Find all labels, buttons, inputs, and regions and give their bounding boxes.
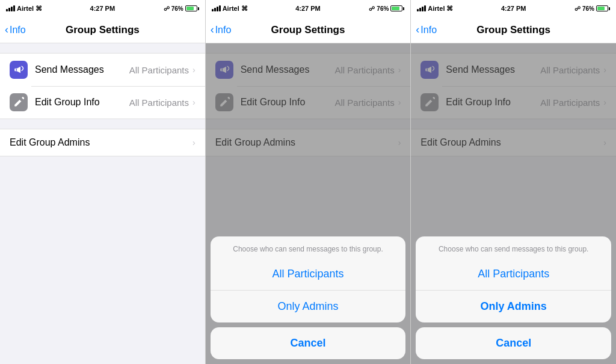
wifi-icon: ⌘ xyxy=(446,5,453,13)
status-left: Airtel ⌘ xyxy=(212,5,248,13)
action-sheet: Choose who can send messages to this gro… xyxy=(211,236,406,322)
wifi-icon: ⌘ xyxy=(241,5,248,13)
back-chevron-icon: ‹ xyxy=(5,23,8,36)
phone-panel-panel-2: Airtel ⌘ 4:27 PM ☍ 76% ‹ Info Group Sett… xyxy=(206,0,411,364)
status-right: ☍ 76% xyxy=(574,5,610,12)
battery-indicator xyxy=(185,5,199,11)
back-label: Info xyxy=(215,25,232,35)
chevron-right-icon: › xyxy=(192,65,196,75)
signal-bars xyxy=(6,5,15,11)
page-title: Group Settings xyxy=(476,24,550,36)
nav-bar: ‹ Info Group Settings xyxy=(411,17,616,43)
action-option-1[interactable]: Only Admins xyxy=(211,291,406,322)
battery-indicator xyxy=(596,5,610,11)
status-time: 4:27 PM xyxy=(295,5,321,12)
pencil-icon xyxy=(10,93,28,111)
signal-bars xyxy=(212,5,221,11)
status-right: ☍ 76% xyxy=(369,5,404,12)
cancel-button[interactable]: Cancel xyxy=(211,327,406,359)
admin-section: Edit Group Admins › xyxy=(0,129,205,156)
carrier-name: Airtel xyxy=(428,5,445,12)
battery-tip xyxy=(198,7,199,10)
page-title: Group Settings xyxy=(271,24,345,36)
carrier-name: Airtel xyxy=(223,5,239,12)
action-cancel-container: Cancel xyxy=(416,327,611,359)
status-bar: Airtel ⌘ 4:27 PM ☍ 76% xyxy=(206,0,411,17)
megaphone-icon xyxy=(10,61,28,79)
cancel-button[interactable]: Cancel xyxy=(416,327,611,359)
status-left: Airtel ⌘ xyxy=(417,5,453,13)
item-label: Edit Group Info xyxy=(35,97,129,108)
action-option-0[interactable]: All Participants xyxy=(416,258,611,290)
back-button[interactable]: ‹ Info xyxy=(416,23,437,36)
action-cancel-container: Cancel xyxy=(211,327,406,359)
status-left: Airtel ⌘ xyxy=(6,5,42,13)
settings-item-1[interactable]: Edit Group InfoAll Participants› xyxy=(0,86,205,119)
globe-icon: ☍ xyxy=(574,5,581,12)
battery-indicator xyxy=(390,5,404,11)
action-sheet-container: Choose who can send messages to this gro… xyxy=(411,236,616,364)
action-sheet: Choose who can send messages to this gro… xyxy=(416,236,611,322)
item-value: All Participants xyxy=(129,65,189,75)
nav-bar: ‹ Info Group Settings xyxy=(0,17,205,43)
battery-percent: 76% xyxy=(582,5,594,12)
action-sheet-message: Choose who can send messages to this gro… xyxy=(211,236,406,258)
admin-chevron-icon: › xyxy=(192,138,196,147)
edit-group-admins-item[interactable]: Edit Group Admins › xyxy=(0,129,205,156)
battery-fill xyxy=(392,7,399,10)
status-bar: Airtel ⌘ 4:27 PM ☍ 76% xyxy=(0,0,205,17)
globe-icon: ☍ xyxy=(369,5,375,12)
item-label: Send Messages xyxy=(35,64,129,75)
content-area: Send MessagesAll Participants› Edit Grou… xyxy=(0,43,205,364)
back-label: Info xyxy=(10,25,26,35)
carrier-name: Airtel xyxy=(17,5,34,12)
status-time: 4:27 PM xyxy=(501,5,526,12)
action-sheet-container: Choose who can send messages to this gro… xyxy=(206,236,411,364)
battery-fill xyxy=(186,7,194,10)
nav-bar: ‹ Info Group Settings xyxy=(206,17,411,43)
battery-tip xyxy=(609,7,610,10)
back-chevron-icon: ‹ xyxy=(211,23,214,36)
status-time: 4:27 PM xyxy=(90,5,116,12)
back-button[interactable]: ‹ Info xyxy=(211,23,232,36)
globe-icon: ☍ xyxy=(164,5,170,12)
settings-section: Send MessagesAll Participants› Edit Grou… xyxy=(0,53,205,119)
back-chevron-icon: ‹ xyxy=(416,23,419,36)
action-option-0[interactable]: All Participants xyxy=(211,258,406,290)
item-value: All Participants xyxy=(129,97,189,108)
battery-tip xyxy=(403,7,404,10)
battery-body xyxy=(185,5,197,11)
status-right: ☍ 76% xyxy=(164,5,199,12)
action-option-1[interactable]: Only Admins xyxy=(416,291,611,322)
battery-percent: 76% xyxy=(377,5,389,12)
phone-panel-panel-1: Airtel ⌘ 4:27 PM ☍ 76% ‹ Info Group Sett… xyxy=(0,0,206,364)
edit-group-admins-label: Edit Group Admins xyxy=(10,137,192,148)
back-label: Info xyxy=(420,25,437,35)
status-bar: Airtel ⌘ 4:27 PM ☍ 76% xyxy=(411,0,616,17)
action-sheet-message: Choose who can send messages to this gro… xyxy=(416,236,611,258)
battery-percent: 76% xyxy=(171,5,183,12)
back-button[interactable]: ‹ Info xyxy=(5,23,26,36)
battery-body xyxy=(596,5,608,11)
content-area: Send MessagesAll Participants› Edit Grou… xyxy=(411,43,616,364)
settings-item-0[interactable]: Send MessagesAll Participants› xyxy=(0,54,205,86)
phone-panel-panel-3: Airtel ⌘ 4:27 PM ☍ 76% ‹ Info Group Sett… xyxy=(411,0,616,364)
page-title: Group Settings xyxy=(66,24,140,36)
content-area: Send MessagesAll Participants› Edit Grou… xyxy=(206,43,411,364)
battery-body xyxy=(390,5,402,11)
signal-bars xyxy=(417,5,426,11)
wifi-icon: ⌘ xyxy=(35,5,42,13)
battery-fill xyxy=(597,7,605,10)
chevron-right-icon: › xyxy=(192,97,196,107)
